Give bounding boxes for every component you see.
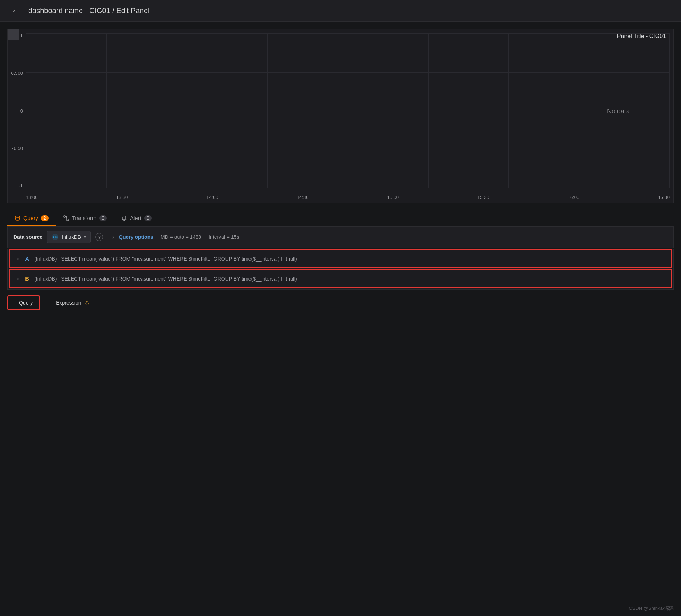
- help-icon[interactable]: ?: [95, 233, 103, 241]
- transform-icon: [63, 215, 69, 221]
- back-button[interactable]: ←: [9, 5, 23, 17]
- watermark: CSDN @Shinka-深深: [629, 605, 674, 612]
- svg-rect-2: [67, 219, 69, 221]
- x-label-0: 13:00: [26, 195, 38, 200]
- datasource-label: Data source: [13, 234, 42, 240]
- database-icon: [15, 215, 20, 221]
- query-meta-interval: Interval = 15s: [208, 234, 239, 240]
- chevron-down-icon: ▾: [84, 234, 86, 240]
- y-label-2: 0.500: [11, 70, 23, 76]
- query-a-dbname: (InfluxDB): [34, 256, 57, 262]
- grid-line-v-7: [669, 33, 670, 188]
- arrow-right-icon: ›: [112, 233, 114, 241]
- query-b-dbname: (InfluxDB): [34, 276, 57, 282]
- add-query-button[interactable]: + Query: [7, 295, 40, 310]
- influxdb-icon: [52, 233, 59, 241]
- actions-row: + Query + Expression ⚠: [7, 295, 674, 310]
- tab-alert[interactable]: Alert 0: [114, 211, 159, 226]
- query-text-b: (InfluxDB) SELECT mean("value") FROM "me…: [34, 276, 665, 282]
- toolbar-divider: [108, 233, 108, 241]
- add-expression-label: + Expression: [52, 300, 81, 306]
- tab-transform-label: Transform: [72, 215, 97, 221]
- query-b-sql: SELECT mean("value") FROM "measurement" …: [61, 276, 297, 282]
- x-label-5: 15:30: [477, 195, 489, 200]
- tab-alert-label: Alert: [130, 215, 141, 221]
- expand-query-a[interactable]: ›: [16, 255, 20, 262]
- tab-alert-badge: 0: [144, 215, 152, 221]
- x-axis: 13:00 13:30 14:00 14:30 15:00 15:30 16:0…: [26, 195, 670, 200]
- datasource-name: InfluxDB: [62, 234, 81, 240]
- svg-point-0: [15, 216, 20, 217]
- tab-query[interactable]: Query 2: [7, 211, 56, 226]
- grid-line-v-0: [106, 33, 107, 188]
- query-options-button[interactable]: Query options: [119, 234, 153, 240]
- tab-transform[interactable]: Transform 0: [56, 211, 114, 226]
- query-toolbar: Data source InfluxDB ▾ ? › Query options…: [7, 227, 674, 248]
- x-label-3: 14:30: [297, 195, 309, 200]
- query-text-a: (InfluxDB) SELECT mean("value") FROM "me…: [34, 256, 665, 262]
- tab-transform-badge: 0: [99, 215, 107, 221]
- query-row-a: › A (InfluxDB) SELECT mean("value") FROM…: [9, 249, 672, 268]
- query-options-label: Query options: [119, 234, 153, 240]
- svg-rect-1: [64, 216, 65, 217]
- chart-info-icon[interactable]: i: [8, 29, 19, 40]
- x-label-2: 14:00: [206, 195, 218, 200]
- query-row-b: › B (InfluxDB) SELECT mean("value") FROM…: [9, 269, 672, 288]
- header: ← dashboard name - CIG01 / Edit Panel: [0, 0, 681, 22]
- y-label-1: 1: [20, 33, 23, 38]
- alert-icon: [121, 215, 127, 221]
- tab-query-badge: 2: [41, 215, 49, 221]
- grid-line-v-4: [428, 33, 429, 188]
- query-a-sql: SELECT mean("value") FROM "measurement" …: [61, 256, 297, 262]
- grid-line-v-5: [508, 33, 509, 188]
- queries-area: › A (InfluxDB) SELECT mean("value") FROM…: [7, 249, 674, 290]
- grid-line-v-6: [589, 33, 589, 188]
- page-title: dashboard name - CIG01 / Edit Panel: [28, 7, 150, 15]
- grid-line-h-4: [26, 188, 669, 188]
- query-meta-md: MD = auto = 1488: [161, 234, 201, 240]
- add-expression-button[interactable]: + Expression ⚠: [47, 296, 93, 310]
- y-label-4: -0.50: [12, 146, 23, 151]
- expand-query-b[interactable]: ›: [16, 275, 20, 282]
- chart-container: i Panel Title - CIG01 No data 1 0.500 0 …: [7, 29, 674, 203]
- grid-line-v-1: [187, 33, 187, 188]
- x-label-6: 16:00: [568, 195, 580, 200]
- chart-grid-area: [26, 33, 670, 188]
- query-letter-b[interactable]: B: [25, 276, 29, 282]
- tabs-section: Query 2 Transform 0 Alert 0: [7, 211, 674, 227]
- tab-query-label: Query: [23, 215, 38, 221]
- x-label-4: 15:00: [387, 195, 399, 200]
- x-label-1: 13:30: [116, 195, 128, 200]
- y-label-5: -1: [19, 183, 23, 188]
- query-letter-a[interactable]: A: [25, 256, 29, 262]
- grid-line-v-3: [348, 33, 348, 188]
- warning-icon: ⚠: [84, 299, 89, 306]
- x-label-7: 16:30: [658, 195, 670, 200]
- grid-line-v-2: [267, 33, 268, 188]
- y-axis: 1 0.500 0 -0.50 -1: [8, 33, 26, 188]
- y-label-3: 0: [20, 108, 23, 114]
- datasource-selector[interactable]: InfluxDB ▾: [47, 231, 91, 243]
